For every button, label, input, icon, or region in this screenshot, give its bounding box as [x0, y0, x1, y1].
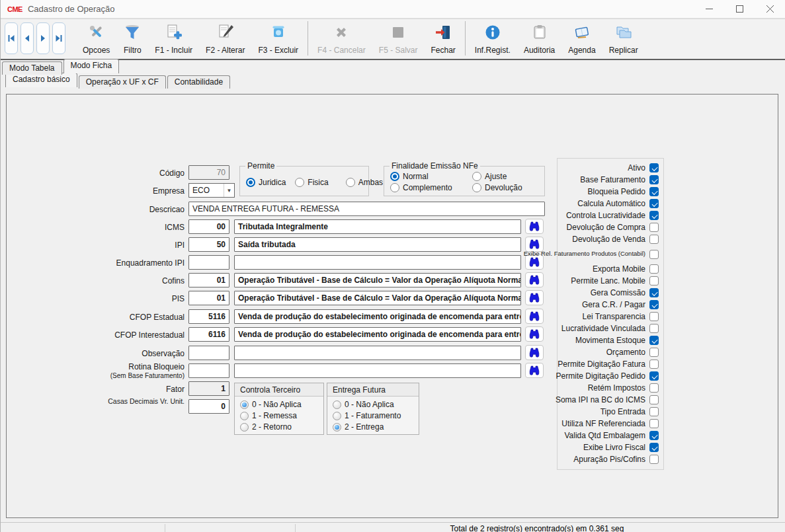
maximize-button[interactable]: [724, 0, 755, 18]
radio-ambas[interactable]: Ambas: [346, 178, 383, 187]
checkbox-valida-qtd-embalagem[interactable]: Valida Qtd Embalagem: [562, 430, 659, 441]
toolbar-separator: [465, 21, 466, 56]
checkbox-devolucao-venda[interactable]: Devolução de Venda: [562, 233, 659, 245]
checkbox-calcula-automatico[interactable]: Calcula Automático: [562, 198, 659, 209]
pis-desc-field: Operação Tributável - Base de Cálculo = …: [234, 291, 521, 305]
document-plus-icon: [165, 23, 183, 44]
checkbox-bloqueia-pedido[interactable]: Bloqueia Pedido: [562, 186, 659, 198]
checkbox-apuracao-pis-cofins[interactable]: Apuração Pis/Cofins: [562, 453, 659, 465]
radio-ct-nao-aplica[interactable]: 0 - Não Aplica: [240, 400, 323, 409]
radio-juridica[interactable]: Juridica: [246, 178, 286, 187]
ipi-code-field[interactable]: 50: [188, 237, 229, 252]
rotina-search-button[interactable]: [525, 363, 544, 378]
checkbox-lucratividade-vinculada[interactable]: Lucratividade Vinculada: [562, 323, 659, 334]
book-icon: [573, 23, 591, 44]
cfop-interestadual-label: CFOP Interestadual: [102, 330, 185, 340]
tab-cadastro-basico[interactable]: Cadastro básico: [5, 73, 77, 87]
cfop-estadual-search-button[interactable]: [525, 309, 544, 324]
nav-last-button[interactable]: [52, 22, 65, 54]
pis-search-button[interactable]: [525, 290, 544, 305]
cofins-code-field[interactable]: 01: [188, 273, 229, 287]
radio-fisica[interactable]: Fisica: [295, 178, 328, 187]
f3-delete-button[interactable]: F3 - Excluir: [251, 20, 305, 56]
radio-ef-nao-aplica[interactable]: 0 - Não Aplica: [333, 400, 419, 409]
radio-normal[interactable]: Normal: [390, 172, 472, 181]
icms-code-field[interactable]: 00: [188, 219, 229, 234]
status-text: Total de 2 registro(s) encontrado(s) em …: [295, 524, 779, 532]
filter-button[interactable]: Filtro: [116, 20, 148, 56]
descricao-field[interactable]: VENDA ENTREGA FUTURA - REMESSA: [188, 202, 545, 216]
checkbox-exporta-mobile[interactable]: Exporta Mobile: [562, 263, 659, 275]
titlebar: CME Cadastro de Operação: [1, 0, 785, 19]
rotina-code-field[interactable]: [188, 363, 229, 378]
radio-complemento[interactable]: Complemento: [390, 183, 472, 192]
close-form-button[interactable]: Fechar: [424, 20, 462, 56]
clipboard-icon: [530, 23, 549, 44]
casas-decimais-field[interactable]: 0: [188, 399, 229, 414]
observacao-code-field[interactable]: [188, 346, 229, 360]
tab-operacao-uf-cf[interactable]: Operação x UF x CF: [79, 75, 166, 89]
nav-prev-button[interactable]: [21, 22, 34, 54]
checkbox-gera-comissao[interactable]: Gera Comissão: [562, 287, 659, 299]
checkbox-soma-ipi-bc-icms[interactable]: Soma IPI na BC do ICMS: [562, 394, 659, 406]
checkbox-movimenta-estoque[interactable]: Movimenta Estoque: [562, 334, 659, 346]
cfop-estadual-code-field[interactable]: 5116: [188, 309, 229, 324]
tools-icon: [87, 23, 106, 44]
checkbox-retem-impostos[interactable]: Retém Impostos: [562, 382, 659, 394]
tab-contabilidade[interactable]: Contabilidade: [167, 75, 230, 89]
checkbox-exibe-livro-fiscal[interactable]: Exibe Livro Fiscal: [562, 441, 659, 453]
toolbar-separator: [308, 21, 308, 56]
checkbox-orcamento[interactable]: Orçamento: [562, 346, 659, 358]
icms-search-button[interactable]: [525, 219, 544, 234]
radio-ct-remessa[interactable]: 1 - Remessa: [240, 411, 323, 420]
fator-label: Fator: [102, 385, 185, 394]
radio-ct-retorno[interactable]: 2 - Retorno: [240, 422, 323, 432]
empresa-combobox[interactable]: ECO ▼: [188, 183, 235, 198]
ipi-desc-field: Saída tributada: [234, 237, 521, 252]
checkbox-gera-cr-pagar[interactable]: Gera C.R. / Pagar: [562, 299, 659, 311]
radio-devolucao[interactable]: Devolução: [472, 183, 544, 192]
radio-ajuste[interactable]: Ajuste: [472, 172, 544, 181]
options-button[interactable]: Opcoes: [76, 20, 116, 56]
checkbox-tipo-entrada[interactable]: Tipo Entrada: [562, 406, 659, 418]
enquadramento-desc-field: [234, 255, 521, 270]
observacao-search-button[interactable]: [525, 345, 544, 360]
checkbox-utiliza-nf-referenciada[interactable]: Utiliza NF Referenciada: [562, 418, 659, 430]
nav-first-button[interactable]: [5, 22, 18, 54]
descricao-label: Descricao: [102, 205, 185, 214]
cofins-search-button[interactable]: [525, 272, 544, 287]
checkbox-exibe-rel-faturamento[interactable]: Exibe Rel. Faturamento Produtos (Contabi…: [562, 245, 659, 263]
checkbox-permite-digitacao-pedido[interactable]: Permite Digitação Pedido: [562, 370, 659, 382]
agenda-button[interactable]: Agenda: [561, 20, 602, 56]
exit-door-icon: [434, 23, 452, 44]
tab-modo-ficha[interactable]: Modo Ficha: [63, 59, 120, 73]
app-logo-icon: CME: [7, 5, 22, 13]
radio-ef-entrega[interactable]: 2 - Entrega: [333, 422, 419, 432]
flags-panel: Ativo Base Faturamento Bloqueia Pedido C…: [557, 158, 664, 470]
checkbox-lei-transparencia[interactable]: Lei Transparencia: [562, 311, 659, 323]
toolbar: Opcoes Filtro F1 - Incluir F2 - Alterar …: [1, 19, 785, 60]
audit-button[interactable]: Auditoria: [517, 20, 561, 56]
nav-next-button[interactable]: [36, 22, 50, 54]
checkbox-permite-lanc-mobile[interactable]: Permite Lanc. Mobile: [562, 275, 659, 287]
f1-include-button[interactable]: F1 - Incluir: [148, 20, 199, 56]
checkbox-controla-lucratividade[interactable]: Controla Lucratividade: [562, 209, 659, 221]
checkbox-ativo[interactable]: Ativo: [562, 162, 659, 174]
checkbox-permite-digitacao-fatura[interactable]: Permite Digitação Fatura: [562, 358, 659, 370]
tab-modo-tabela[interactable]: Modo Tabela: [2, 61, 62, 75]
enquadramento-code-field[interactable]: [188, 255, 229, 270]
checkbox-devolucao-compra[interactable]: Devolução de Compra: [562, 221, 659, 233]
radio-ef-faturamento[interactable]: 1 - Faturamento: [333, 411, 419, 420]
cfop-interestadual-code-field[interactable]: 6116: [188, 327, 229, 342]
record-info-button[interactable]: Inf.Regist.: [468, 20, 517, 56]
f2-edit-button[interactable]: F2 - Alterar: [199, 20, 251, 56]
replicate-button[interactable]: Replicar: [602, 20, 645, 56]
minimize-button[interactable]: [694, 0, 724, 18]
cfop-interestadual-search-button[interactable]: [525, 326, 544, 342]
icms-desc-field: Tributada Integralmente: [234, 219, 521, 234]
cfop-estadual-desc-field: Venda de produção do estabelecimento ori…: [234, 309, 521, 324]
pis-code-field[interactable]: 01: [188, 291, 229, 305]
checkbox-base-faturamento[interactable]: Base Faturamento: [562, 174, 659, 186]
app-window: CME Cadastro de Operação Opcoes Filtro F…: [0, 0, 785, 532]
close-button[interactable]: [755, 0, 785, 18]
